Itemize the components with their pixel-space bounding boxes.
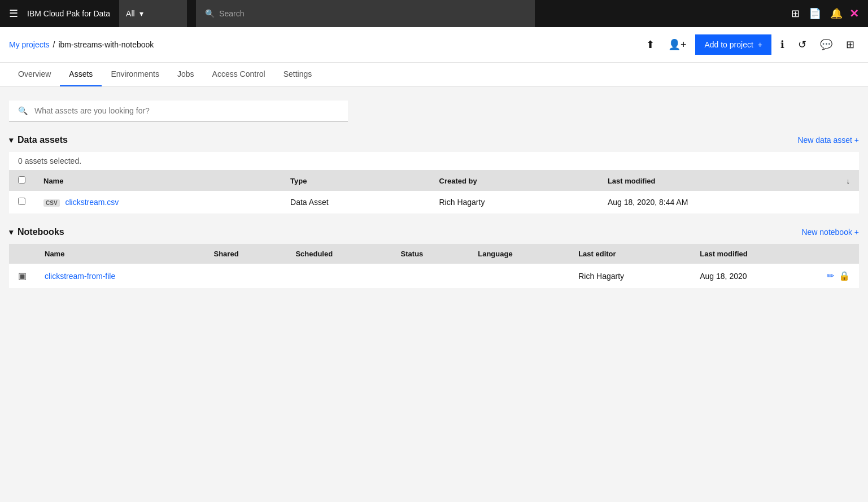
- lock-icon[interactable]: 🔒: [839, 270, 850, 281]
- row-checkbox-cell[interactable]: [9, 191, 34, 213]
- notebook-scheduled-header: Scheduled: [286, 244, 391, 264]
- tab-access-control[interactable]: Access Control: [203, 63, 274, 86]
- notebook-shared-cell: [205, 264, 287, 288]
- data-assets-header: ▾ Data assets New data asset +: [9, 135, 859, 145]
- type-column-header: Type: [281, 171, 430, 191]
- csv-badge: CSV: [43, 199, 60, 207]
- add-collaborator-button[interactable]: 👤+: [664, 34, 691, 55]
- file-name-cell: CSV clickstream.csv: [34, 191, 281, 213]
- data-assets-chevron[interactable]: ▾: [9, 136, 13, 145]
- notebook-name-header: Name: [36, 244, 205, 264]
- notebook-status-cell: [392, 264, 469, 288]
- notebook-last-modified-cell: Aug 18, 2020 ✏ 🔒: [691, 264, 859, 288]
- data-asset-link[interactable]: clickstream.csv: [65, 198, 119, 207]
- data-assets-table: Name Type Created by Last modified ↓: [9, 171, 859, 213]
- breadcrumb-bar: My projects / ibm-streams-with-notebook …: [0, 27, 868, 63]
- last-modified-column-header[interactable]: Last modified ↓: [599, 171, 859, 191]
- new-data-asset-link[interactable]: New data asset +: [797, 136, 859, 145]
- tab-environments[interactable]: Environments: [102, 63, 168, 86]
- select-all-checkbox[interactable]: [18, 176, 25, 184]
- notebook-icon: ▣: [18, 271, 27, 281]
- add-to-project-plus: +: [758, 40, 762, 49]
- created-by-column-header: Created by: [430, 171, 599, 191]
- notebooks-title: Notebooks: [18, 227, 64, 237]
- tab-settings[interactable]: Settings: [274, 63, 321, 86]
- breadcrumb-separator: /: [53, 40, 55, 49]
- search-input[interactable]: [219, 9, 526, 18]
- notebook-shared-header: Shared: [205, 244, 287, 264]
- last-modified-cell: Aug 18, 2020, 8:44 AM: [599, 191, 859, 213]
- upload-button[interactable]: ⬆: [642, 34, 659, 55]
- info-button[interactable]: ℹ: [776, 34, 789, 55]
- notebooks-section: ▾ Notebooks New notebook + Name Shared S…: [9, 227, 859, 288]
- created-by-cell: Rich Hagarty: [430, 191, 599, 213]
- asset-search-icon: 🔍: [18, 106, 28, 115]
- project-tabs: Overview Assets Environments Jobs Access…: [0, 63, 868, 87]
- data-assets-title-container: ▾ Data assets: [9, 135, 68, 145]
- app-title: IBM Cloud Pak for Data: [27, 9, 110, 18]
- close-icon[interactable]: ✕: [849, 7, 859, 20]
- tab-jobs[interactable]: Jobs: [168, 63, 203, 86]
- tab-overview[interactable]: Overview: [9, 63, 60, 86]
- notebooks-table: Name Shared Scheduled Status Language La…: [9, 244, 859, 288]
- selected-info: 0 assets selected.: [9, 152, 859, 171]
- layout-button[interactable]: ⊞: [841, 34, 859, 55]
- notebook-language-cell: [469, 264, 569, 288]
- history-button[interactable]: ↺: [793, 34, 811, 55]
- row-checkbox[interactable]: [18, 198, 25, 205]
- notebook-icon-cell: ▣: [9, 264, 36, 288]
- notebook-scheduled-cell: [286, 264, 391, 288]
- notebook-last-modified-header: Last modified: [691, 244, 859, 264]
- chevron-down-icon: ▾: [139, 9, 143, 18]
- add-to-project-label: Add to project: [704, 40, 753, 49]
- notebook-last-editor-header: Last editor: [569, 244, 691, 264]
- notebook-last-editor-cell: Rich Hagarty: [569, 264, 691, 288]
- select-all-header[interactable]: [9, 171, 34, 191]
- table-row: CSV clickstream.csv Data Asset Rich Haga…: [9, 191, 859, 213]
- hamburger-icon[interactable]: ☰: [9, 7, 18, 20]
- sort-icon[interactable]: ↓: [847, 177, 850, 185]
- tab-assets[interactable]: Assets: [60, 63, 102, 86]
- bell-icon[interactable]: 🔔: [828, 5, 845, 22]
- main-content: 🔍 ▾ Data assets New data asset + 0 asset…: [0, 87, 868, 502]
- search-icon: 🔍: [205, 9, 215, 18]
- data-assets-title: Data assets: [18, 135, 68, 145]
- breadcrumb-actions: ⬆ 👤+ Add to project + ℹ ↺ 💬 ⊞: [642, 34, 859, 55]
- notebook-language-header: Language: [469, 244, 569, 264]
- breadcrumb: My projects / ibm-streams-with-notebook: [9, 40, 154, 49]
- notebook-name-cell: clickstream-from-file: [36, 264, 205, 288]
- my-projects-link[interactable]: My projects: [9, 40, 50, 49]
- data-assets-section: ▾ Data assets New data asset + 0 assets …: [9, 135, 859, 213]
- all-dropdown[interactable]: All ▾: [119, 0, 187, 27]
- add-to-project-button[interactable]: Add to project +: [695, 34, 771, 55]
- document-icon[interactable]: 📄: [806, 5, 823, 22]
- grid-icon[interactable]: ⊞: [789, 5, 802, 22]
- edit-icon[interactable]: ✏: [827, 270, 834, 281]
- top-navigation: ☰ IBM Cloud Pak for Data All ▾ 🔍 ⊞ 📄 🔔 ✕: [0, 0, 868, 27]
- notebooks-title-container: ▾ Notebooks: [9, 227, 64, 237]
- notebooks-chevron[interactable]: ▾: [9, 228, 13, 237]
- all-dropdown-label: All: [126, 9, 135, 18]
- notebooks-header: ▾ Notebooks New notebook +: [9, 227, 859, 237]
- global-search[interactable]: 🔍: [196, 0, 535, 27]
- project-name: ibm-streams-with-notebook: [58, 40, 154, 49]
- table-row: ▣ clickstream-from-file Rich Hagarty Aug…: [9, 264, 859, 288]
- asset-search-input[interactable]: [34, 106, 339, 115]
- notebook-status-header: Status: [392, 244, 469, 264]
- asset-search-container[interactable]: 🔍: [9, 101, 348, 121]
- chat-button[interactable]: 💬: [815, 34, 837, 55]
- notebook-actions: ✏ 🔒: [827, 270, 850, 281]
- name-column-header: Name: [34, 171, 281, 191]
- notebook-link[interactable]: clickstream-from-file: [45, 272, 115, 281]
- notebook-icon-header: [9, 244, 36, 264]
- type-cell: Data Asset: [281, 191, 430, 213]
- new-notebook-link[interactable]: New notebook +: [801, 228, 859, 237]
